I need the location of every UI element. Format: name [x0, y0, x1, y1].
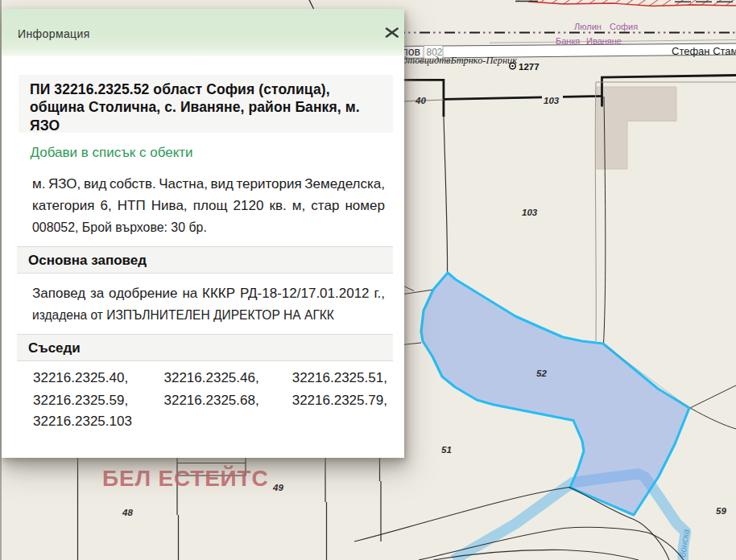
svg-text:49: 49 — [272, 483, 283, 492]
svg-text:Стефан Стамб: Стефан Стамб — [672, 45, 736, 57]
svg-text:52: 52 — [536, 369, 547, 378]
svg-text:1277: 1277 — [519, 62, 540, 72]
svg-text:103: 103 — [522, 208, 538, 217]
svg-text:48: 48 — [122, 508, 133, 517]
svg-text:БЕЛ ЕСТЕЙТС: БЕЛ ЕСТЕЙТС — [102, 465, 268, 491]
svg-text:София: София — [610, 22, 638, 31]
svg-text:59: 59 — [716, 506, 726, 516]
svg-text:51: 51 — [441, 445, 452, 455]
svg-text:103: 103 — [544, 96, 560, 105]
svg-text:40: 40 — [415, 96, 426, 105]
svg-text:Люлин: Люлин — [574, 22, 602, 31]
svg-text:одтовцидтвБтрнко-Перник: одтовцидтвБтрнко-Перник — [398, 56, 518, 66]
